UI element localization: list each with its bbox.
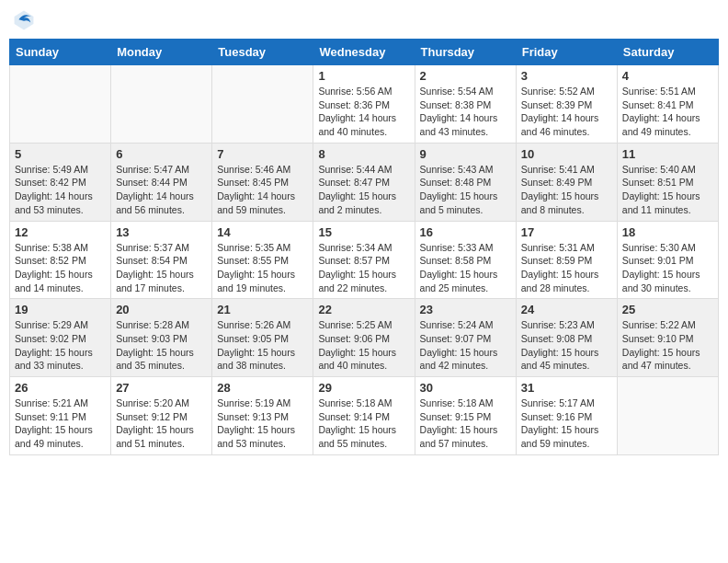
cell-date: 26 (15, 381, 106, 395)
cell-info: Sunrise: 5:52 AM Sunset: 8:39 PM Dayligh… (521, 85, 612, 139)
logo-icon (13, 9, 35, 31)
cell-date: 1 (318, 69, 409, 83)
cell-date: 24 (521, 303, 612, 316)
cell-date: 10 (521, 147, 612, 161)
calendar-header-row: SundayMondayTuesdayWednesdayThursdayFrid… (10, 40, 719, 65)
cell-date: 15 (318, 225, 409, 239)
calendar-cell: 23Sunrise: 5:24 AM Sunset: 9:07 PM Dayli… (415, 299, 516, 377)
cell-date: 12 (15, 225, 106, 239)
calendar-cell: 15Sunrise: 5:34 AM Sunset: 8:57 PM Dayli… (313, 221, 415, 299)
calendar-cell: 21Sunrise: 5:26 AM Sunset: 9:05 PM Dayli… (212, 299, 313, 377)
cell-info: Sunrise: 5:47 AM Sunset: 8:44 PM Dayligh… (116, 163, 207, 217)
cell-date: 17 (521, 225, 612, 239)
cell-date: 9 (420, 147, 511, 161)
calendar-cell: 22Sunrise: 5:25 AM Sunset: 9:06 PM Dayli… (313, 299, 415, 377)
cell-date: 30 (420, 381, 511, 395)
cell-date: 25 (622, 303, 713, 316)
cell-info: Sunrise: 5:37 AM Sunset: 8:54 PM Dayligh… (116, 241, 207, 295)
cell-info: Sunrise: 5:21 AM Sunset: 9:11 PM Dayligh… (15, 396, 106, 451)
cell-date: 11 (622, 147, 713, 161)
cell-date: 3 (521, 69, 612, 83)
cell-date: 4 (622, 69, 713, 83)
cell-info: Sunrise: 5:33 AM Sunset: 8:58 PM Dayligh… (420, 241, 511, 295)
page-header (9, 9, 719, 31)
calendar-week-row: 1Sunrise: 5:56 AM Sunset: 8:36 PM Daylig… (10, 65, 719, 144)
calendar-cell: 20Sunrise: 5:28 AM Sunset: 9:03 PM Dayli… (111, 299, 212, 377)
calendar-cell: 4Sunrise: 5:51 AM Sunset: 8:41 PM Daylig… (617, 65, 718, 144)
calendar-cell: 2Sunrise: 5:54 AM Sunset: 8:38 PM Daylig… (415, 65, 516, 144)
day-header-monday: Monday (111, 40, 212, 65)
cell-info: Sunrise: 5:49 AM Sunset: 8:42 PM Dayligh… (15, 163, 106, 217)
cell-date: 7 (217, 147, 308, 161)
calendar-cell: 31Sunrise: 5:17 AM Sunset: 9:16 PM Dayli… (516, 377, 617, 455)
day-header-wednesday: Wednesday (313, 40, 415, 65)
calendar-cell: 11Sunrise: 5:40 AM Sunset: 8:51 PM Dayli… (617, 143, 718, 221)
cell-info: Sunrise: 5:30 AM Sunset: 9:01 PM Dayligh… (622, 241, 713, 295)
cell-date: 23 (420, 303, 511, 316)
day-header-saturday: Saturday (617, 40, 718, 65)
calendar-cell: 27Sunrise: 5:20 AM Sunset: 9:12 PM Dayli… (111, 377, 212, 455)
cell-info: Sunrise: 5:18 AM Sunset: 9:14 PM Dayligh… (318, 396, 409, 451)
day-header-thursday: Thursday (415, 40, 516, 65)
calendar-cell: 30Sunrise: 5:18 AM Sunset: 9:15 PM Dayli… (415, 377, 516, 455)
cell-info: Sunrise: 5:51 AM Sunset: 8:41 PM Dayligh… (622, 85, 713, 139)
calendar-cell: 25Sunrise: 5:22 AM Sunset: 9:10 PM Dayli… (617, 299, 718, 377)
cell-info: Sunrise: 5:40 AM Sunset: 8:51 PM Dayligh… (622, 163, 713, 217)
cell-date: 21 (217, 303, 308, 316)
cell-info: Sunrise: 5:18 AM Sunset: 9:15 PM Dayligh… (420, 396, 511, 451)
cell-date: 8 (318, 147, 409, 161)
calendar-cell: 26Sunrise: 5:21 AM Sunset: 9:11 PM Dayli… (10, 377, 111, 455)
cell-info: Sunrise: 5:19 AM Sunset: 9:13 PM Dayligh… (217, 396, 308, 451)
calendar-week-row: 19Sunrise: 5:29 AM Sunset: 9:02 PM Dayli… (10, 299, 719, 377)
cell-info: Sunrise: 5:24 AM Sunset: 9:07 PM Dayligh… (420, 318, 511, 373)
cell-date: 2 (420, 69, 511, 83)
calendar-cell (111, 65, 212, 144)
cell-info: Sunrise: 5:38 AM Sunset: 8:52 PM Dayligh… (15, 241, 106, 295)
cell-info: Sunrise: 5:20 AM Sunset: 9:12 PM Dayligh… (116, 396, 207, 451)
cell-info: Sunrise: 5:22 AM Sunset: 9:10 PM Dayligh… (622, 318, 713, 373)
cell-date: 16 (420, 225, 511, 239)
day-header-friday: Friday (516, 40, 617, 65)
day-header-sunday: Sunday (10, 40, 111, 65)
cell-date: 18 (622, 225, 713, 239)
cell-info: Sunrise: 5:43 AM Sunset: 8:48 PM Dayligh… (420, 163, 511, 217)
cell-date: 6 (116, 147, 207, 161)
cell-info: Sunrise: 5:34 AM Sunset: 8:57 PM Dayligh… (318, 241, 409, 295)
calendar-cell: 12Sunrise: 5:38 AM Sunset: 8:52 PM Dayli… (10, 221, 111, 299)
calendar-cell: 18Sunrise: 5:30 AM Sunset: 9:01 PM Dayli… (617, 221, 718, 299)
calendar-table: SundayMondayTuesdayWednesdayThursdayFrid… (9, 39, 719, 455)
cell-info: Sunrise: 5:23 AM Sunset: 9:08 PM Dayligh… (521, 318, 612, 373)
cell-date: 14 (217, 225, 308, 239)
calendar-cell: 19Sunrise: 5:29 AM Sunset: 9:02 PM Dayli… (10, 299, 111, 377)
calendar-week-row: 5Sunrise: 5:49 AM Sunset: 8:42 PM Daylig… (10, 143, 719, 221)
cell-date: 5 (15, 147, 106, 161)
cell-date: 19 (15, 303, 106, 316)
cell-info: Sunrise: 5:56 AM Sunset: 8:36 PM Dayligh… (318, 85, 409, 139)
cell-date: 29 (318, 381, 409, 395)
calendar-cell: 24Sunrise: 5:23 AM Sunset: 9:08 PM Dayli… (516, 299, 617, 377)
calendar-cell (617, 377, 718, 455)
cell-info: Sunrise: 5:31 AM Sunset: 8:59 PM Dayligh… (521, 241, 612, 295)
calendar-week-row: 26Sunrise: 5:21 AM Sunset: 9:11 PM Dayli… (10, 377, 719, 455)
calendar-cell: 17Sunrise: 5:31 AM Sunset: 8:59 PM Dayli… (516, 221, 617, 299)
calendar-cell: 10Sunrise: 5:41 AM Sunset: 8:49 PM Dayli… (516, 143, 617, 221)
calendar-cell: 16Sunrise: 5:33 AM Sunset: 8:58 PM Dayli… (415, 221, 516, 299)
cell-date: 28 (217, 381, 308, 395)
calendar-week-row: 12Sunrise: 5:38 AM Sunset: 8:52 PM Dayli… (10, 221, 719, 299)
cell-info: Sunrise: 5:26 AM Sunset: 9:05 PM Dayligh… (217, 318, 308, 373)
calendar-cell: 9Sunrise: 5:43 AM Sunset: 8:48 PM Daylig… (415, 143, 516, 221)
calendar-cell: 13Sunrise: 5:37 AM Sunset: 8:54 PM Dayli… (111, 221, 212, 299)
day-header-tuesday: Tuesday (212, 40, 313, 65)
cell-info: Sunrise: 5:54 AM Sunset: 8:38 PM Dayligh… (420, 85, 511, 139)
calendar-cell: 7Sunrise: 5:46 AM Sunset: 8:45 PM Daylig… (212, 143, 313, 221)
cell-date: 20 (116, 303, 207, 316)
cell-info: Sunrise: 5:44 AM Sunset: 8:47 PM Dayligh… (318, 163, 409, 217)
logo (13, 9, 39, 31)
calendar-cell: 5Sunrise: 5:49 AM Sunset: 8:42 PM Daylig… (10, 143, 111, 221)
calendar-cell: 14Sunrise: 5:35 AM Sunset: 8:55 PM Dayli… (212, 221, 313, 299)
cell-date: 13 (116, 225, 207, 239)
calendar-cell: 3Sunrise: 5:52 AM Sunset: 8:39 PM Daylig… (516, 65, 617, 144)
cell-date: 27 (116, 381, 207, 395)
cell-date: 22 (318, 303, 409, 316)
calendar-cell: 6Sunrise: 5:47 AM Sunset: 8:44 PM Daylig… (111, 143, 212, 221)
